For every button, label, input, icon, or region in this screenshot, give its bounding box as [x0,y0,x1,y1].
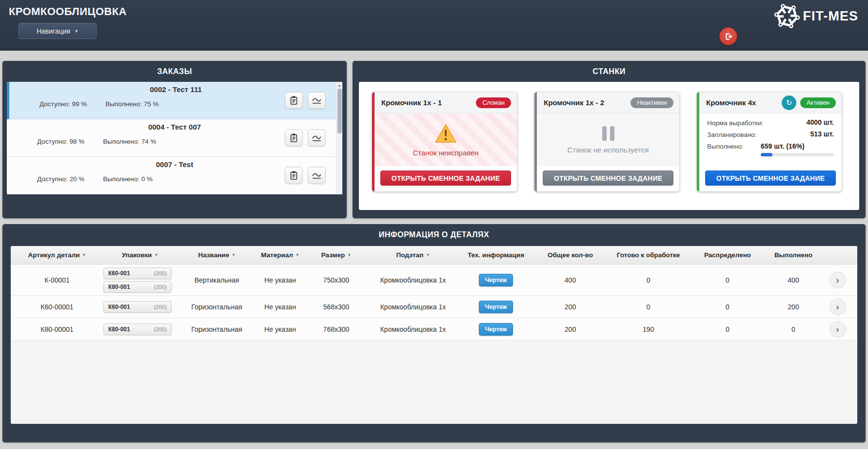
cell-substage: Кромкооблицовка 1х [369,303,457,311]
order-chart-button[interactable] [308,167,326,184]
machine-card-kromochnik-1x-1: Кромочник 1х - 1 Сломан Станок неисправе… [372,92,517,191]
cell-substage: Кромкооблицовка 1х [369,325,457,333]
column-header-size[interactable]: Размер▼ [303,251,369,259]
orders-panel: ЗАКАЗЫ 0002 - Тест 111 Доступно: 99 % Вы… [2,61,347,218]
brand-logo: FIT-MES [774,3,859,29]
status-badge: Неактивен [631,97,673,108]
cell-packages: К80-001 (200) [103,323,177,335]
scrollbar-thumb[interactable] [337,89,342,133]
column-header-name[interactable]: Название▼ [177,251,257,259]
row-expand-button[interactable]: › [829,321,846,338]
package-pill[interactable]: К60-001 (200) [103,301,172,313]
column-header-distributed: Распределено [691,251,764,259]
drawing-button[interactable]: Чертеж [479,274,513,286]
machine-progress-fill [761,153,772,156]
order-details-button[interactable] [285,92,303,109]
order-details-button[interactable] [285,130,303,147]
column-header-total: Общее кол-во [535,251,606,259]
order-chart-button[interactable] [308,130,326,147]
chevron-down-icon: ▼ [74,29,79,34]
cell-size: 568x300 [303,303,369,311]
status-badge: Активен [800,97,836,108]
trend-chart-icon [312,134,322,142]
order-completed: Выполнено: 75 % [105,100,158,108]
stat-value: 4000 шт. [807,118,834,126]
table-row: К-00001 К60-001 (200) К80-001 (200) Верт… [11,265,857,296]
machine-name: Кромочник 1х - 2 [544,98,604,107]
row-expand-button[interactable]: › [829,299,846,315]
machines-panel: СТАНКИ Кромочник 1х - 1 Сломан Ста [353,61,866,218]
details-table: Артикул детали▼ Упаковки▼ Название▼ Мате… [11,246,857,424]
order-completed: Выполнено: 74 % [103,138,156,145]
machine-status-message: Станок неисправен [413,149,479,157]
trend-chart-icon [312,171,322,179]
details-panel-title: ИНФОРМАЦИЯ О ДЕТАЛЯХ [2,224,866,245]
column-header-material[interactable]: Материал▼ [257,251,303,259]
orders-panel-title: ЗАКАЗЫ [2,61,347,82]
table-row: К80-00001 К80-001 (200) Горизонтальная Н… [11,318,857,341]
cell-material: Не указан [257,276,303,284]
fitmes-logo-icon [774,3,800,29]
cell-article: К80-00001 [11,325,103,333]
cell-material: Не указан [257,303,303,311]
column-header-article[interactable]: Артикул детали▼ [11,251,103,259]
machine-stats-area: Норма выработки: 4000 шт. Запланировано:… [699,114,842,166]
cell-distributed: 0 [691,325,764,333]
drawing-button[interactable]: Чертеж [479,323,513,336]
warning-icon [434,123,457,144]
machine-state-area: Станок неисправен [375,114,517,166]
stat-label: Выполнено: [707,142,744,150]
machines-panel-title: СТАНКИ [353,61,866,82]
page: КРОМКООБЛИЦОВКА Навигация ▼ FIT-MES [0,0,868,449]
order-chart-button[interactable] [308,92,326,109]
order-details-button[interactable] [285,167,303,184]
cell-packages: К60-001 (200) [103,301,177,313]
package-pill[interactable]: К80-001 (200) [103,281,172,293]
cell-name: Горизонтальная [177,325,257,333]
sort-icon: ▼ [426,253,430,257]
stat-value: 513 шт. [810,130,834,138]
open-shift-task-button[interactable]: ОТКРЫТЬ СМЕННОЕ ЗАДАНИЕ [705,171,836,186]
machine-name: Кромочник 4х [706,98,756,107]
column-header-packages[interactable]: Упаковки▼ [103,251,177,259]
stat-value: 659 шт. (16%) [761,142,805,150]
cell-completed: 400 [764,276,823,284]
refresh-icon[interactable]: ↻ [782,95,796,110]
cell-ready: 190 [606,325,691,333]
drawing-button[interactable]: Чертеж [479,301,513,313]
logout-button[interactable] [719,27,737,45]
orders-scrollbar[interactable]: ▲ [336,82,342,194]
table-row: К60-00001 К60-001 (200) Горизонтальная Н… [11,296,857,318]
stat-label: Норма выработки: [707,118,764,127]
navigation-label: Навигация [37,27,70,35]
cell-ready: 0 [606,303,691,311]
sort-icon: ▼ [82,253,86,257]
cell-distributed: 0 [691,276,764,284]
open-shift-task-button[interactable]: ОТКРЫТЬ СМЕННОЕ ЗАДАНИЕ [380,171,511,186]
cell-distributed: 0 [691,303,764,311]
navigation-dropdown-button[interactable]: Навигация ▼ [19,23,97,39]
column-header-completed: Выполнено [764,251,823,259]
clipboard-icon [290,171,298,180]
sort-icon: ▼ [232,253,236,257]
top-row: ЗАКАЗЫ 0002 - Тест 111 Доступно: 99 % Вы… [0,51,868,218]
column-header-ready: Готово к обработке [606,251,691,259]
logout-icon [724,32,733,41]
column-header-tech-info: Тех. информация [457,251,535,259]
progress-bar [761,153,834,156]
open-shift-task-button[interactable]: ОТКРЫТЬ СМЕННОЕ ЗАДАНИЕ [543,171,673,186]
order-row-0002[interactable]: 0002 - Тест 111 Доступно: 99 % Выполнено… [7,82,342,119]
package-pill[interactable]: К80-001 (200) [103,323,172,335]
order-row-0007[interactable]: 0007 - Test Доступно: 20 % Выполнено: 0 … [7,157,342,194]
column-header-substage[interactable]: Подэтап▼ [369,251,457,259]
sort-icon: ▼ [154,253,158,257]
details-panel: ИНФОРМАЦИЯ О ДЕТАЛЯХ Артикул детали▼ Упа… [2,224,866,442]
order-row-0004[interactable]: 0004 - Тест 007 Доступно: 98 % Выполнено… [7,119,342,157]
cell-total: 200 [535,325,606,333]
package-pill[interactable]: К60-001 (200) [103,267,172,279]
cell-ready: 0 [606,276,691,284]
order-completed: Выполнено: 0 % [103,175,153,183]
scroll-up-icon[interactable]: ▲ [337,82,341,89]
row-expand-button[interactable]: › [829,272,846,288]
app-header: КРОМКООБЛИЦОВКА Навигация ▼ FIT-MES [0,0,868,51]
